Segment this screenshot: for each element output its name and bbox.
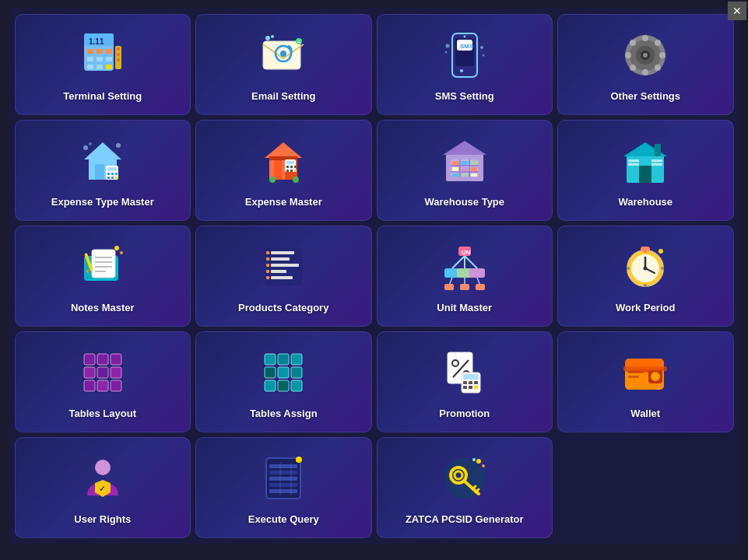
svg-point-29: [445, 44, 449, 47]
tables-assign-icon: [256, 345, 311, 400]
tile-products-category[interactable]: Products Category: [195, 226, 372, 327]
svg-rect-164: [278, 380, 289, 391]
wallet-icon: [618, 345, 672, 400]
svg-rect-160: [265, 367, 276, 378]
svg-rect-6: [87, 57, 93, 61]
tile-notes-master[interactable]: Notes Master: [15, 226, 191, 327]
tile-wallet[interactable]: Wallet: [557, 331, 734, 432]
svg-text:UN: UN: [462, 249, 471, 256]
svg-point-142: [627, 267, 630, 270]
tile-other-settings[interactable]: Other Settings: [557, 14, 734, 115]
execute-query-icon: [256, 451, 311, 506]
svg-rect-4: [97, 49, 103, 54]
svg-rect-50: [107, 173, 110, 175]
svg-point-28: [463, 35, 465, 37]
tile-warehouse[interactable]: Warehouse: [557, 120, 734, 221]
tile-zatca-pcsid[interactable]: ZATCA PCSID Generator: [377, 437, 553, 538]
user-rights-label: User Rights: [74, 513, 131, 527]
tile-unit-master[interactable]: UN: [377, 226, 553, 327]
svg-rect-176: [463, 386, 467, 389]
other-settings-label: Other Settings: [610, 90, 680, 103]
svg-rect-112: [266, 257, 269, 261]
svg-rect-3: [87, 49, 93, 54]
tile-grid: 1.11 Terminal Setting: [15, 14, 734, 538]
svg-point-208: [472, 458, 476, 461]
tile-promotion[interactable]: Promotion: [377, 331, 553, 432]
tile-tables-layout[interactable]: Tables Layout: [15, 331, 191, 432]
svg-point-21: [265, 36, 270, 40]
expense-master-label: Expense Master: [245, 196, 322, 209]
tile-tables-assign[interactable]: Tables Assign: [195, 331, 372, 432]
close-button[interactable]: ✕: [728, 2, 746, 20]
sms-icon: SMS: [437, 28, 492, 82]
svg-point-206: [476, 459, 481, 464]
terminal-setting-label: Terminal Setting: [63, 90, 142, 103]
svg-rect-52: [115, 173, 118, 175]
svg-rect-152: [111, 367, 121, 378]
tile-sms-setting[interactable]: SMS SMS Setting: [377, 14, 553, 115]
svg-rect-7: [97, 57, 103, 61]
svg-point-36: [642, 69, 648, 75]
svg-point-57: [89, 142, 92, 145]
svg-rect-53: [107, 177, 110, 179]
svg-rect-60: [274, 158, 282, 180]
svg-point-107: [114, 246, 119, 250]
svg-rect-113: [271, 257, 290, 261]
svg-rect-11: [106, 65, 112, 69]
svg-point-184: [652, 373, 658, 380]
tile-warehouse-type[interactable]: Warehouse Type: [377, 120, 553, 221]
svg-rect-96: [655, 144, 661, 156]
svg-rect-117: [271, 270, 286, 273]
svg-rect-132: [460, 284, 469, 290]
svg-text:+: +: [297, 38, 301, 45]
svg-rect-187: [623, 366, 667, 371]
tables-layout-icon: [76, 345, 130, 400]
svg-rect-80: [452, 161, 458, 165]
tables-layout-label: Tables Layout: [69, 408, 136, 421]
email-setting-label: Email Setting: [251, 90, 315, 103]
svg-rect-186: [628, 376, 639, 378]
svg-rect-49: [107, 167, 117, 171]
svg-marker-74: [443, 141, 486, 155]
wallet-label: Wallet: [630, 408, 660, 421]
tile-email-setting[interactable]: + Email Setting: [195, 14, 372, 115]
svg-rect-118: [266, 276, 269, 279]
svg-point-139: [644, 266, 648, 270]
svg-rect-82: [471, 161, 477, 165]
svg-rect-153: [84, 380, 95, 391]
svg-point-108: [120, 251, 123, 254]
user-rights-icon: ✓: [76, 451, 130, 506]
svg-point-41: [655, 40, 661, 46]
warehouse-type-label: Warehouse Type: [424, 196, 504, 209]
svg-rect-162: [291, 367, 302, 378]
svg-point-58: [116, 143, 121, 148]
tile-expense-master[interactable]: Expense Master: [195, 120, 372, 221]
promotion-label: Promotion: [439, 408, 490, 421]
tile-terminal-setting[interactable]: 1.11 Terminal Setting: [15, 14, 191, 115]
svg-rect-158: [278, 354, 289, 365]
svg-rect-70: [294, 170, 297, 172]
tile-user-rights[interactable]: ✓ User Rights: [15, 437, 191, 538]
work-period-label: Work Period: [616, 302, 675, 315]
svg-point-42: [630, 65, 636, 71]
svg-rect-161: [278, 367, 289, 378]
work-period-icon: [618, 240, 672, 294]
svg-rect-149: [111, 354, 121, 365]
terminal-icon: 1.11: [76, 28, 130, 82]
svg-point-27: [460, 69, 463, 72]
tile-work-period[interactable]: Work Period: [557, 226, 734, 327]
svg-rect-110: [266, 251, 269, 254]
svg-point-38: [659, 52, 665, 58]
svg-point-30: [444, 51, 447, 53]
svg-rect-15: [117, 58, 120, 61]
tile-execute-query[interactable]: Execute Query: [195, 437, 372, 538]
svg-rect-100: [92, 250, 115, 278]
svg-rect-173: [463, 381, 467, 384]
svg-rect-54: [111, 177, 114, 179]
svg-rect-178: [474, 386, 478, 389]
svg-rect-5: [106, 49, 112, 54]
execute-query-label: Execute Query: [248, 513, 319, 527]
svg-point-56: [83, 145, 88, 150]
zatca-icon: [437, 451, 492, 506]
tile-expense-type-master[interactable]: Expense Type Master: [15, 120, 191, 221]
